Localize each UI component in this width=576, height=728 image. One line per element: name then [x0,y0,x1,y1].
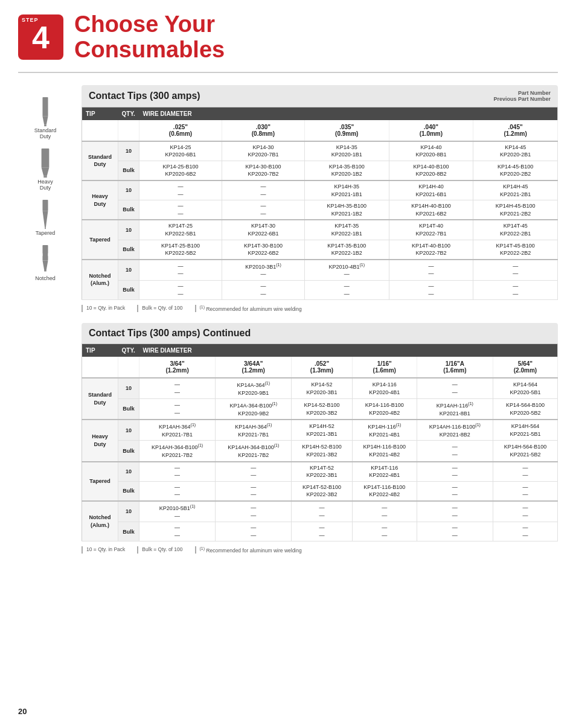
page-header: STEP 4 Choose Your Consumables [18,12,558,73]
data-cell: KP14-45-B100KP2020-2B2 [473,161,558,180]
qty-cell: 10 [118,462,139,482]
data-cell: —— [222,180,304,200]
data-cell: —— [139,378,216,399]
data-cell: KP2010-3B1(1)— [222,260,304,281]
svg-rect-3 [42,148,50,168]
data-cell: KP14H-40-B100KP2021-6B2 [389,200,473,220]
data-cell: —— [222,280,304,299]
data-cell: —— [493,522,557,541]
page-number: 20 [18,707,27,716]
data-cell: —— [222,200,304,220]
svg-marker-7 [42,211,48,227]
data-cell: KP14-564KP2020-5B1 [493,378,557,399]
svg-rect-5 [43,176,46,177]
table-row: Tapered10KP14T-25KP2022-5B1KP14T-30KP202… [82,220,558,240]
data-cell: —— [417,522,493,541]
data-cell: —— [139,180,222,200]
data-cell: KP14AH-364-B100(1)KP2021-7B2 [216,441,292,462]
data-cell: —— [417,441,493,462]
data-cell: KP14-35-B100KP2020-1B2 [304,161,389,180]
table-row: BulkKP14-25-B100KP2020-6B2KP14-30-B100KP… [82,161,558,180]
data-cell: KP14-40KP2020-8B1 [389,141,473,161]
table-row: HeavyDuty10KP14AH-364(1)KP2021-7B1KP14AH… [82,420,558,441]
data-cell: —— [389,280,473,299]
data-cell: —— [139,260,222,281]
notched-label: Notched [35,275,56,281]
data-cell: KP14T-52-B100KP2022-3B2 [292,481,352,501]
data-cell: KP14AH-116-B100(1)KP2021-8B2 [417,420,493,441]
qty-cell: 10 [118,141,139,161]
data-cell: —— [473,260,558,281]
svg-rect-8 [45,227,46,229]
table1-header-row: TIP QTY. WIRE DIAMETER [82,107,558,120]
data-cell: KP14H-52KP2021-3B1 [292,420,352,441]
data-cell: KP14T-116KP2022-4B1 [352,462,417,482]
table-row: Bulk——KP14A-364-B100(1)KP2020-9B2KP14-52… [82,399,558,420]
table-row: Notched(Alum.)10——KP2010-3B1(1)—KP2010-4… [82,260,558,281]
data-cell: KP14T-45KP2022-2B1 [473,220,558,240]
duty-label: Tapered [82,220,118,259]
svg-rect-12 [42,253,43,256]
data-cell: —— [216,501,292,522]
data-cell: KP14-30-B100KP2020-7B2 [222,161,304,180]
data-cell: —— [493,501,557,522]
data-cell: —— [389,260,473,281]
duty-label: StandardDuty [82,378,118,420]
tables-area: Contact Tips (300 amps) Part Number Prev… [82,85,558,565]
duty-label: Notched(Alum.) [82,260,118,300]
data-cell: —— [292,522,352,541]
svg-rect-2 [44,124,46,126]
table-row: Bulk—————————— [82,280,558,299]
heavy-duty-label: HeavyDuty [37,179,53,191]
table-row: StandardDuty10KP14-25KP2020-6B1KP14-30KP… [82,141,558,161]
data-cell: KP14H-35-B100KP2021-1B2 [304,200,389,220]
svg-rect-6 [42,200,48,211]
data-cell: KP14H-40KP2021-6B1 [389,180,473,200]
qty-header: QTY. [118,107,139,120]
data-cell: KP14T-116-B100KP2022-4B2 [352,481,417,501]
standard-duty-label: StandardDuty [34,127,57,139]
tapered-tip-icon [36,200,54,230]
qty-cell: 10 [118,501,139,522]
svg-rect-11 [44,270,46,272]
data-cell: KP14-52KP2020-3B1 [292,378,352,399]
data-cell: KP14T-25KP2022-5B1 [139,220,222,240]
data-cell: —— [417,481,493,501]
tip-tapered: Tapered [36,200,56,236]
table1-title: Contact Tips (300 amps) Part Number Prev… [82,85,558,107]
data-cell: KP2010-4B1(1)— [304,260,389,281]
table-row: Tapered10————KP14T-52KP2022-3B1KP14T-116… [82,462,558,482]
tip-header2: TIP [82,343,118,357]
data-cell: —— [352,522,417,541]
data-cell: KP14H-52-B100KP2021-3B2 [292,441,352,462]
duty-label: HeavyDuty [82,420,118,461]
data-cell: KP14H-45-B100KP2021-2B2 [473,200,558,220]
duty-label: Notched(Alum.) [82,501,118,541]
data-cell: —— [139,200,222,220]
table-row: BulkKP14AH-364-B100(1)KP2021-7B2KP14AH-3… [82,441,558,462]
data-cell: —— [139,522,216,541]
duty-label: Tapered [82,462,118,501]
table-row: Bulk————KP14T-52-B100KP2022-3B2KP14T-116… [82,481,558,501]
data-cell: —— [417,501,493,522]
data-cell: —— [473,280,558,299]
table2-footnotes: 10 = Qty. in Pack Bulk = Qty. of 100 (1)… [82,546,558,554]
data-cell: KP14AH-116(1)KP2021-8B1 [417,399,493,420]
heavy-duty-tip-icon [36,148,54,179]
data-cell: KP14T-40KP2022-7B1 [389,220,473,240]
standard-duty-tip-icon [36,97,54,127]
table1: TIP QTY. WIRE DIAMETER .025"(0.6mm) .030… [82,107,558,301]
table2: TIP QTY. WIRE DIAMETER 3/64"(1.2mm) 3/64… [82,343,558,542]
data-cell: KP14-116-B100KP2020-4B2 [352,399,417,420]
data-cell: —— [216,522,292,541]
data-cell: KP14T-40-B100KP2022-7B2 [389,240,473,260]
table-row: Notched(Alum.)10KP2010-5B1(1)——————————— [82,501,558,522]
data-cell: KP14T-25-B100KP2022-5B2 [139,240,222,260]
data-cell: —— [493,462,557,482]
notched-tip-icon [36,245,54,275]
qty-cell: 10 [118,260,139,281]
data-cell: —— [216,481,292,501]
table2-title: Contact Tips (300 amps) Continued [82,323,558,343]
data-cell: KP14AH-364-B100(1)KP2021-7B2 [139,441,216,462]
duty-label: HeavyDuty [82,180,118,220]
